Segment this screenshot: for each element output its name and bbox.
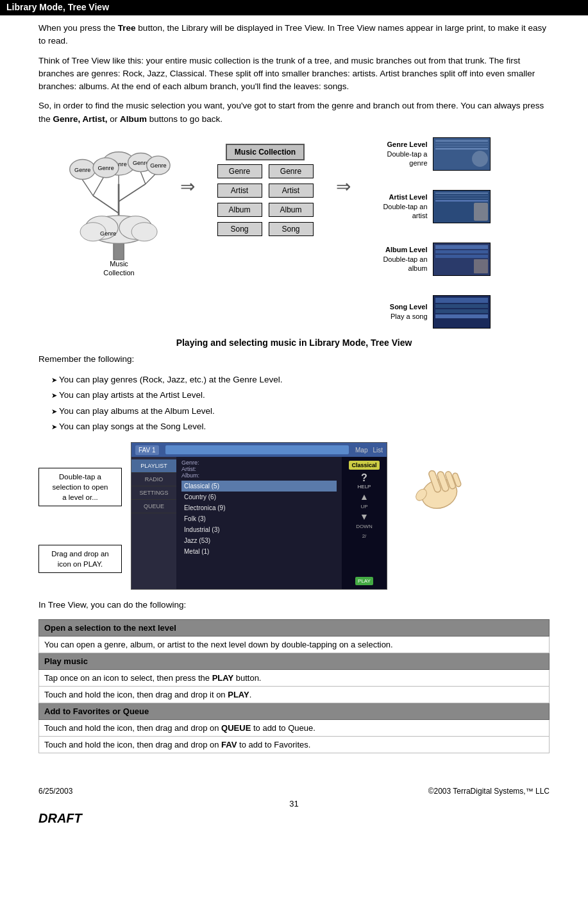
bullet-1: You can play genres (Rock, Jazz, etc.) a… (51, 372, 550, 388)
ss-fav-label: FAV 1 (135, 445, 159, 455)
album-box-1: Album (217, 203, 262, 217)
album-box-2: Album (269, 203, 314, 217)
genre-row: Genre Genre (217, 164, 314, 181)
ss-left-nav: PLAYLIST RADIO SETTINGS QUEUE (131, 457, 176, 589)
table-cell-header-1: Open a selection to the next level (39, 620, 550, 637)
ss-up-btn[interactable]: ▲ (360, 492, 369, 501)
ss-help-btn[interactable]: ? HELP (358, 472, 371, 490)
paragraph-2: Think of Tree View like this: your entir… (38, 55, 550, 94)
ss-breadcrumb: Genre:Artist:Album: (181, 459, 337, 479)
ss-down-btn[interactable]: ▼ (360, 512, 369, 521)
svg-line-3 (119, 184, 146, 201)
song-box-1: Song (217, 222, 262, 236)
song-level-annotation: Song LevelPlay a song (357, 295, 524, 329)
genre-box-2: Genre (269, 164, 314, 178)
ss-genre-folk[interactable]: Folk (3) (181, 513, 337, 524)
tree-section: Genre Genre Genre Genre Genre (65, 137, 174, 278)
music-collection-label-tree: Music Collection (103, 259, 134, 278)
footer-date: 6/25/2003 (38, 787, 72, 796)
album-level-annotation: Album LevelDouble-tap analbum (357, 243, 524, 276)
album-row: Album Album (217, 203, 314, 219)
tree-illustration: Genre Genre Genre Genre Genre (65, 137, 174, 266)
svg-point-23 (131, 222, 157, 241)
svg-text:Genre: Genre (150, 162, 166, 169)
ss-body: PLAYLIST RADIO SETTINGS QUEUE Genre:Arti… (131, 457, 387, 589)
artist-box-2: Artist (269, 184, 314, 198)
table-cell-data-2: Tap once on an icon to select, then pres… (39, 670, 550, 687)
ss-page-indicator: 2/ (362, 533, 367, 539)
table-row-header-1: Open a selection to the next level (39, 620, 550, 637)
ss-nav-queue[interactable]: QUEUE (131, 500, 176, 513)
arrow-diagram-2: ⇒ (330, 137, 357, 197)
page-number: 31 (0, 799, 588, 811)
artist-level-screen (433, 190, 491, 223)
ss-play-btn[interactable]: PLAY (355, 577, 373, 585)
music-collection-box: Music Collection (226, 144, 305, 160)
playing-section-title: Playing and selecting music in Library M… (38, 338, 550, 348)
bullet-2: You can play artists at the Artist Level… (51, 388, 550, 403)
bullet-3: You can play albums at the Album Level. (51, 404, 550, 419)
table-row-header-2: Play music (39, 653, 550, 670)
ss-nav-settings[interactable]: SETTINGS (131, 486, 176, 500)
device-screenshot: FAV 1 Map List PLAYLIST RADIO SETTINGS Q… (131, 442, 387, 590)
diagram-area: Genre Genre Genre Genre Genre (38, 137, 550, 329)
genre-level-screen (433, 137, 491, 171)
callout-labels: Double-tap a selection to open a level o… (38, 442, 122, 573)
artist-box-1: Artist (217, 184, 262, 198)
ss-classical-badge: Classical (349, 461, 379, 470)
table-cell-data-4: Touch and hold the icon, then drag and d… (39, 720, 550, 737)
in-tree-view-text: In Tree View, you can do the following: (38, 599, 550, 612)
svg-line-4 (81, 178, 92, 195)
svg-line-5 (93, 175, 105, 196)
hand-svg (399, 442, 476, 519)
right-annotations: Genre LevelDouble-tap agenre (357, 137, 524, 329)
album-level-text: Album LevelDouble-tap analbum (357, 245, 428, 273)
song-level-text: Song LevelPlay a song (357, 302, 428, 321)
ss-genre-jazz[interactable]: Jazz (53) (181, 535, 337, 546)
ss-down-label: DOWN (356, 524, 372, 529)
ss-genre-classical[interactable]: Classical (5) (181, 481, 337, 492)
table-cell-data-3: Touch and hold the icon, then drag and d… (39, 687, 550, 703)
ss-nav-playlist[interactable]: PLAYLIST (131, 459, 176, 473)
ss-genre-country[interactable]: Country (6) (181, 492, 337, 502)
table-cell-header-2: Play music (39, 653, 550, 670)
ss-map-list: Map List (355, 447, 383, 454)
table-row-data-5: Touch and hold the icon, then drag and d… (39, 737, 550, 753)
svg-text:Genre: Genre (97, 165, 113, 171)
info-table: Open a selection to the next level You c… (38, 619, 550, 753)
genre-level-text: Genre LevelDouble-tap agenre (357, 140, 428, 167)
svg-line-2 (93, 196, 119, 213)
paragraph-3: So, in order to find the music selection… (38, 99, 550, 126)
song-box-2: Song (269, 222, 314, 236)
genre-box-1: Genre (217, 164, 262, 178)
table-row-data-3: Touch and hold the icon, then drag and d… (39, 687, 550, 703)
main-content: When you press the Tree button, the Libr… (0, 15, 588, 774)
remember-text: Remember the following: (38, 353, 550, 366)
artist-level-text: Artist LevelDouble-tap anartist (357, 193, 428, 220)
table-row-data-2: Tap once on an icon to select, then pres… (39, 670, 550, 687)
svg-text:Genre: Genre (100, 230, 116, 236)
ss-genre-electronica[interactable]: Electronica (9) (181, 502, 337, 513)
bullet-4: You can play songs at the Song Level. (51, 419, 550, 434)
table-cell-data-5: Touch and hold the icon, then drag and d… (39, 737, 550, 753)
ss-nav-radio[interactable]: RADIO (131, 473, 176, 486)
table-row-data-4: Touch and hold the icon, then drag and d… (39, 720, 550, 737)
bullet-list: You can play genres (Rock, Jazz, etc.) a… (51, 372, 550, 434)
song-row: Song Song (217, 222, 314, 239)
page-footer: 6/25/2003 ©2003 TerraDigital Systems,™ L… (0, 774, 588, 799)
middle-boxes-section: Music Collection Genre Genre Artist Arti… (201, 137, 330, 241)
page-header: Library Mode, Tree View (0, 0, 588, 14)
callout-box-2: Drag and drop an icon on PLAY. (38, 545, 122, 573)
ss-up-label: UP (360, 504, 367, 509)
table-row-header-3: Add to Favorites or Queue (39, 703, 550, 720)
ss-genre-industrial[interactable]: Industrial (3) (181, 524, 337, 535)
album-level-screen (433, 243, 491, 276)
genre-level-annotation: Genre LevelDouble-tap agenre (357, 137, 524, 171)
song-level-screen (433, 295, 491, 329)
ss-right-panel: Classical ? HELP ▲ UP ▼ DOWN 2/ PLAY (342, 457, 387, 589)
svg-text:Genre: Genre (74, 166, 90, 173)
table-body: Open a selection to the next level You c… (39, 620, 550, 753)
artist-level-annotation: Artist LevelDouble-tap anartist (357, 190, 524, 223)
ss-genre-metal[interactable]: Metal (1) (181, 546, 337, 557)
draft-label: DRAFT (0, 811, 588, 832)
